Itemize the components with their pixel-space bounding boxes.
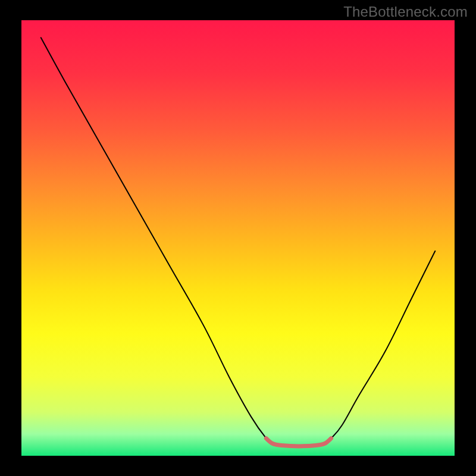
chart-frame: TheBottleneck.com [0, 0, 476, 476]
bottleneck-chart [0, 0, 476, 476]
watermark-text: TheBottleneck.com [343, 4, 468, 20]
plot-background [21, 20, 455, 456]
